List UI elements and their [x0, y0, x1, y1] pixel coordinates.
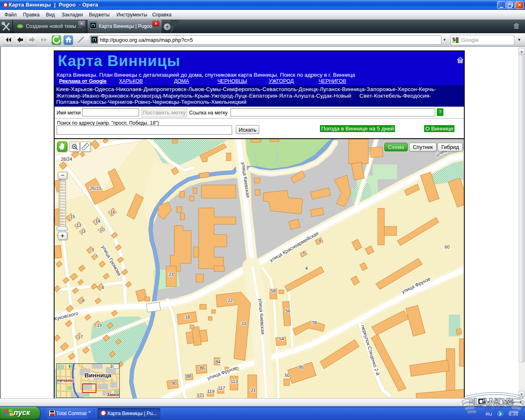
svg-text:14: 14 [95, 219, 100, 224]
svg-text:117: 117 [218, 386, 225, 390]
svg-text:78: 78 [312, 320, 317, 325]
svg-text:LANDS: LANDS [474, 396, 513, 409]
svg-text:4: 4 [101, 285, 104, 290]
svg-text:6: 6 [303, 250, 305, 255]
svg-text:ничаны: ничаны [57, 378, 74, 383]
svg-text:17: 17 [78, 334, 83, 339]
svg-text:8: 8 [319, 238, 321, 243]
svg-text:22: 22 [228, 298, 233, 303]
svg-text:86: 86 [200, 365, 205, 370]
svg-text:58: 58 [271, 288, 276, 293]
svg-text:13: 13 [76, 223, 81, 228]
svg-text:7: 7 [95, 254, 97, 259]
svg-text:60: 60 [445, 244, 450, 249]
svg-text:8: 8 [82, 298, 84, 303]
svg-text:4: 4 [305, 266, 308, 271]
svg-text:33: 33 [241, 321, 246, 326]
svg-text:31: 31 [251, 388, 256, 393]
svg-text:23: 23 [169, 272, 173, 277]
svg-text:121: 121 [197, 393, 204, 397]
svg-text:88: 88 [186, 374, 191, 379]
svg-text:56: 56 [285, 308, 290, 313]
svg-text:18: 18 [185, 315, 190, 320]
svg-text:84: 84 [215, 359, 220, 364]
svg-text:19: 19 [97, 323, 102, 328]
svg-text:119: 119 [207, 389, 215, 394]
svg-text:113: 113 [231, 379, 238, 384]
svg-text:11: 11 [81, 228, 85, 233]
svg-text:Винница: Винница [84, 372, 112, 379]
svg-text:UKRAINIAN CLUB: UKRAINIAN CLUB [472, 415, 514, 420]
svg-text:28/24: 28/24 [61, 157, 72, 162]
svg-text:15: 15 [70, 214, 75, 219]
svg-text:16: 16 [110, 210, 115, 215]
svg-text:CLAN: CLAN [484, 407, 503, 414]
svg-text:50: 50 [285, 373, 290, 378]
svg-text:90: 90 [171, 381, 176, 386]
svg-text:26/31: 26/31 [90, 186, 101, 191]
svg-text:Замос: Замос [107, 392, 119, 397]
svg-text:95: 95 [299, 365, 304, 370]
svg-text:9: 9 [91, 247, 94, 252]
svg-text:10: 10 [100, 227, 105, 232]
svg-text:54: 54 [279, 336, 284, 341]
